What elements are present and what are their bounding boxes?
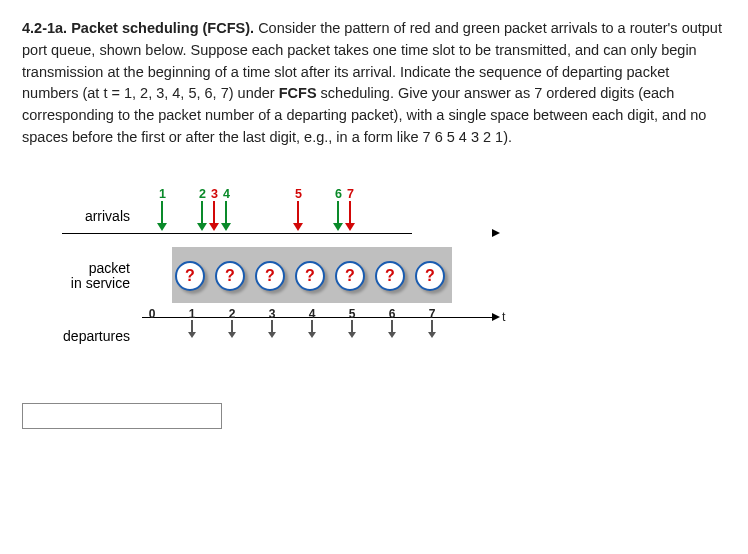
service-slot-3: ? bbox=[255, 261, 285, 291]
label-packet: packet bbox=[89, 260, 130, 276]
tick-0: 0 bbox=[147, 305, 157, 323]
t-label: t bbox=[502, 308, 505, 327]
service-slot-1: ? bbox=[175, 261, 205, 291]
service-slot-5: ? bbox=[335, 261, 365, 291]
label-departures: departures bbox=[52, 329, 130, 344]
service-slot-2: ? bbox=[215, 261, 245, 291]
label-packet-in-service: packet in service bbox=[62, 261, 130, 292]
departure-arrow-4 bbox=[308, 320, 316, 338]
arrivals-axis-tip bbox=[492, 229, 500, 237]
service-slot-6: ? bbox=[375, 261, 405, 291]
departure-arrow-7 bbox=[428, 320, 436, 338]
label-arrivals: arrivals bbox=[62, 209, 130, 224]
service-slot-7: ? bbox=[415, 261, 445, 291]
scheduling-diagram: arrivals 1234567 packet in service ?????… bbox=[62, 185, 542, 365]
question-bold: FCFS bbox=[279, 85, 317, 101]
departure-arrow-2 bbox=[228, 320, 236, 338]
arrivals-axis bbox=[62, 233, 412, 235]
departure-arrow-5 bbox=[348, 320, 356, 338]
departure-arrow-3 bbox=[268, 320, 276, 338]
label-in-service: in service bbox=[71, 275, 130, 291]
service-slot-4: ? bbox=[295, 261, 325, 291]
time-axis-tip bbox=[492, 313, 500, 321]
departure-arrow-6 bbox=[388, 320, 396, 338]
departure-arrow-1 bbox=[188, 320, 196, 338]
question-text: 4.2-1a. Packet scheduling (FCFS). Consid… bbox=[22, 18, 726, 149]
question-topic: Packet scheduling (FCFS). bbox=[71, 20, 254, 36]
answer-input[interactable] bbox=[22, 403, 222, 429]
question-id: 4.2-1a. bbox=[22, 20, 67, 36]
